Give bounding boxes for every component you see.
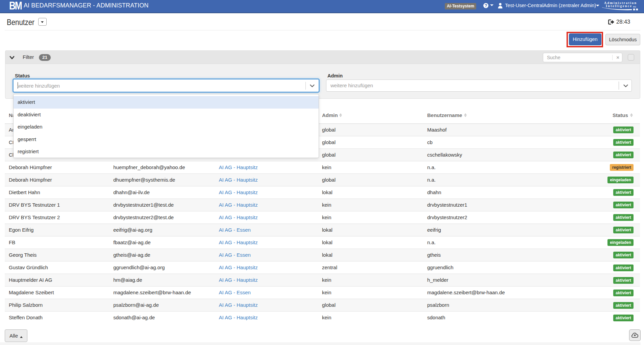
svg-text:AG: AG xyxy=(633,5,636,8)
svg-text:Intelligence: Intelligence xyxy=(606,4,632,8)
